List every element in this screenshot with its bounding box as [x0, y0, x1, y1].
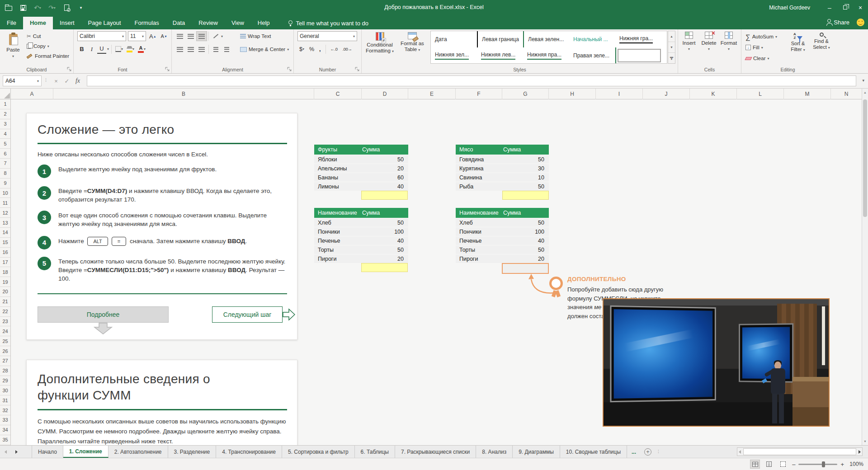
vertical-scroll-thumb[interactable]: [863, 99, 867, 217]
signed-in-user[interactable]: Michael Gordeev: [769, 5, 810, 11]
ribbon-tab[interactable]: Insert: [53, 17, 81, 29]
row-header[interactable]: 30: [0, 385, 10, 395]
table-row[interactable]: Хлеб50: [314, 218, 408, 227]
increase-decimal-button[interactable]: ←.0: [329, 44, 340, 54]
row-header[interactable]: 2: [0, 109, 10, 119]
cell-style-item[interactable]: Левая зелен...: [523, 31, 569, 47]
sheet-tab[interactable]: 4. Транспонирование: [216, 446, 282, 458]
format-cells-button[interactable]: Format▾: [719, 32, 739, 51]
align-right-icon[interactable]: [196, 44, 207, 54]
ribbon-tab[interactable]: Data: [166, 17, 192, 29]
column-header[interactable]: H: [549, 89, 596, 99]
sumif-cell-yellow[interactable]: [361, 263, 408, 272]
row-header[interactable]: 17: [0, 258, 10, 268]
conditional-formatting-button[interactable]: ConditionalFormatting ▾: [363, 31, 396, 54]
format-painter-button[interactable]: Format Painter: [25, 51, 71, 61]
row-header[interactable]: 29: [0, 376, 10, 386]
column-header[interactable]: L: [737, 89, 784, 99]
redo-icon[interactable]: ↷▾: [48, 4, 56, 12]
column-header[interactable]: C: [314, 89, 362, 99]
row-header[interactable]: 15: [0, 238, 10, 248]
select-all-corner[interactable]: [0, 89, 11, 99]
ribbon-tab[interactable]: Formulas: [128, 17, 166, 29]
table-row[interactable]: Пончики100: [456, 227, 549, 236]
print-preview-icon[interactable]: [62, 4, 71, 12]
row-header[interactable]: 7: [0, 159, 10, 169]
align-center-icon[interactable]: [185, 44, 196, 54]
cut-button[interactable]: ✂Cut: [25, 31, 71, 41]
row-header[interactable]: 18: [0, 267, 10, 277]
comma-format-button[interactable]: ,: [317, 44, 322, 54]
sheet-nav-right-icon[interactable]: [11, 446, 22, 458]
table-row[interactable]: Свинина10: [456, 173, 549, 182]
gallery-more-icon[interactable]: ▬▼: [668, 53, 675, 63]
align-left-icon[interactable]: [175, 44, 185, 54]
sheet-tab[interactable]: 9. Диаграммы: [513, 446, 560, 458]
row-header[interactable]: 16: [0, 248, 10, 258]
insert-function-icon[interactable]: fx: [72, 77, 83, 85]
close-button[interactable]: ×: [853, 0, 868, 15]
row-header[interactable]: 6: [0, 149, 10, 159]
qat-customize-icon[interactable]: ▾: [77, 4, 85, 12]
column-header[interactable]: A: [11, 89, 53, 99]
bonus-cell-orange-selected[interactable]: [502, 263, 549, 274]
align-bottom-icon[interactable]: [196, 31, 207, 41]
font-color-button[interactable]: A▾: [137, 44, 147, 54]
row-header[interactable]: 33: [0, 415, 10, 425]
column-header[interactable]: E: [408, 89, 456, 99]
column-header[interactable]: B: [53, 89, 314, 99]
table-row[interactable]: Хлеб50: [456, 218, 549, 227]
row-header[interactable]: 5: [0, 139, 10, 149]
cell-style-item[interactable]: Нижняя лев...: [477, 47, 523, 64]
row-header[interactable]: 25: [0, 336, 10, 346]
row-header[interactable]: 22: [0, 307, 10, 317]
zoom-in-icon[interactable]: +: [840, 461, 844, 468]
table-row[interactable]: Пироги20: [314, 254, 408, 263]
cell-style-item[interactable]: Начальный ...: [569, 31, 615, 47]
italic-button[interactable]: I: [87, 44, 96, 54]
embedded-video[interactable]: [603, 298, 830, 427]
column-header[interactable]: I: [596, 89, 643, 99]
sheet-tab[interactable]: 2. Автозаполнение: [108, 446, 168, 458]
row-header[interactable]: 13: [0, 218, 10, 228]
sheet-tab[interactable]: 3. Разделение: [168, 446, 217, 458]
sheet-tab[interactable]: 8. Анализ: [476, 446, 513, 458]
row-header[interactable]: 9: [0, 179, 10, 188]
row-header[interactable]: 3: [0, 119, 10, 129]
page-break-view-icon[interactable]: [778, 460, 788, 469]
paste-button[interactable]: Paste ▾: [3, 31, 24, 66]
ribbon-tab[interactable]: View: [225, 17, 251, 29]
align-middle-icon[interactable]: [185, 31, 196, 41]
zoom-slider[interactable]: [798, 464, 837, 465]
row-header[interactable]: 35: [0, 435, 10, 445]
row-header[interactable]: 28: [0, 366, 10, 376]
table-row[interactable]: Рыба50: [456, 182, 549, 191]
ribbon-tab[interactable]: File: [0, 17, 23, 29]
ribbon-tab[interactable]: Home: [23, 17, 53, 29]
more-details-button[interactable]: Подробнее: [38, 306, 169, 323]
row-header[interactable]: 19: [0, 277, 10, 287]
row-header[interactable]: 27: [0, 356, 10, 366]
find-select-button[interactable]: Find &Select ▾: [810, 32, 833, 50]
clipboard-dialog-launcher-icon[interactable]: [67, 67, 72, 72]
table-row[interactable]: Апельсины20: [314, 164, 408, 173]
hscroll-right-icon[interactable]: [859, 450, 861, 454]
row-header[interactable]: 11: [0, 198, 10, 208]
clear-button[interactable]: Clear▾: [744, 53, 778, 64]
increase-indent-icon[interactable]: [221, 44, 232, 54]
borders-button[interactable]: ▾: [114, 44, 124, 54]
row-header[interactable]: 23: [0, 317, 10, 327]
table-row[interactable]: Пироги20: [456, 254, 549, 263]
grow-font-button[interactable]: A▲: [148, 32, 158, 41]
tell-me-box[interactable]: Tell me what you want to do: [288, 17, 368, 29]
row-header[interactable]: 21: [0, 297, 10, 307]
horizontal-scrollbar[interactable]: [737, 447, 863, 456]
percent-format-button[interactable]: %: [307, 44, 316, 54]
column-header[interactable]: N: [831, 89, 862, 99]
scroll-up-icon[interactable]: ▲: [863, 91, 867, 94]
table-row[interactable]: Торты50: [314, 245, 408, 254]
sheet-nav-left-icon[interactable]: [0, 446, 11, 458]
orientation-icon[interactable]: [210, 31, 221, 41]
delete-cells-button[interactable]: Delete▾: [699, 32, 719, 51]
save-icon[interactable]: [19, 4, 27, 12]
